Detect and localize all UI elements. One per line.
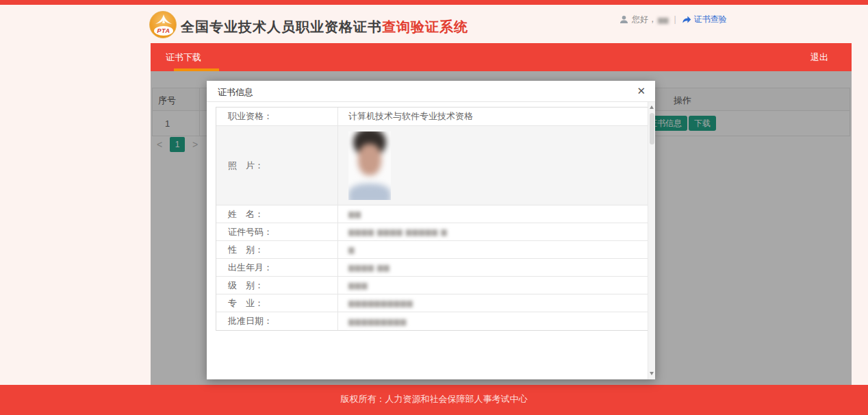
row-label: 姓 名： <box>216 205 338 223</box>
detail-row-major: 专 业： ▆▆▆▆▆▆▆▆▆▆ <box>216 294 648 312</box>
detail-row-qualification: 职业资格： 计算机技术与软件专业技术资格 <box>216 108 648 126</box>
detail-row-gender: 性 别： ▆ <box>216 241 648 259</box>
row-value: 计算机技术与软件专业技术资格 <box>338 108 648 125</box>
logout-button[interactable]: 退出 <box>810 43 828 71</box>
detail-row-approval-date: 批准日期： ▆▆▆▆▆▆▆▆▆ <box>216 312 648 330</box>
footer: 版权所有：人力资源和社会保障部人事考试中心 <box>0 385 868 415</box>
page-title-accent: 查询验证系统 <box>382 19 468 34</box>
detail-row-level: 级 别： ▆▆▆ <box>216 277 648 294</box>
row-value-redacted: ▆▆▆ <box>338 277 648 294</box>
certificate-verify-link[interactable]: 证书查验 <box>682 14 727 25</box>
share-arrow-icon <box>682 15 691 24</box>
logo-oval: PTA <box>154 26 173 36</box>
scrollbar-thumb[interactable] <box>650 113 654 144</box>
row-value-redacted: ▆▆▆▆ ▆▆ <box>338 259 648 276</box>
modal-body: 职业资格： 计算机技术与软件专业技术资格 照 片： <box>207 102 655 379</box>
scroll-down-icon[interactable] <box>648 370 655 378</box>
certificate-detail-table: 职业资格： 计算机技术与软件专业技术资格 照 片： <box>216 107 648 331</box>
detail-row-name: 姓 名： ▆▆ <box>216 205 648 223</box>
user-name-redacted: ▆▆ <box>658 16 668 23</box>
certificate-info-modal: 证书信息 ✕ 职业资格： 计算机技术与软件专业技术资格 照 片： <box>207 81 655 379</box>
close-icon[interactable]: ✕ <box>637 85 646 97</box>
row-label: 批准日期： <box>216 312 338 330</box>
row-label: 照 片： <box>216 126 338 205</box>
modal-title: 证书信息 <box>218 86 253 99</box>
row-label: 性 别： <box>216 241 338 258</box>
portrait-blur <box>348 131 391 200</box>
pta-logo: PTA <box>149 11 177 38</box>
scroll-up-icon[interactable] <box>648 103 655 112</box>
row-value-redacted: ▆▆▆▆▆▆▆▆▆ <box>338 312 648 330</box>
row-value-photo <box>338 126 648 205</box>
row-label: 级 别： <box>216 277 338 294</box>
modal-header: 证书信息 ✕ <box>207 81 655 102</box>
tab-certificate-download-label: 证书下载 <box>166 52 201 62</box>
main-nav: 证书下载 退出 <box>151 43 852 71</box>
row-value-redacted: ▆▆▆▆▆▆▆▆▆▆ <box>338 294 648 312</box>
greeting-text: 您好， <box>632 14 656 25</box>
row-label: 证件号码： <box>216 223 338 240</box>
row-value-redacted: ▆▆▆▆ ▆▆▆▆ ▆▆▆▆▆ ▆ <box>338 223 648 240</box>
page-title: 全国专业技术人员职业资格证书查询验证系统 <box>181 18 468 36</box>
user-bar: 您好， ▆▆ | 证书查验 <box>620 14 727 25</box>
row-label: 专 业： <box>216 294 338 312</box>
top-accent-strip <box>0 0 868 5</box>
row-label: 职业资格： <box>216 108 338 125</box>
row-value-redacted: ▆ <box>338 241 648 258</box>
logo-text: PTA <box>157 27 170 34</box>
userbar-divider: | <box>674 14 676 24</box>
detail-row-birth-date: 出生年月： ▆▆▆▆ ▆▆ <box>216 259 648 277</box>
detail-row-photo: 照 片： <box>216 126 648 205</box>
user-icon <box>620 15 628 24</box>
detail-row-id-number: 证件号码： ▆▆▆▆ ▆▆▆▆ ▆▆▆▆▆ ▆ <box>216 223 648 241</box>
modal-scrollbar[interactable] <box>648 102 655 379</box>
row-value-redacted: ▆▆ <box>338 205 648 223</box>
verify-link-label: 证书查验 <box>694 14 727 25</box>
row-label: 出生年月： <box>216 259 338 276</box>
page: PTA 全国专业技术人员职业资格证书查询验证系统 您好， ▆▆ | 证书查验 证… <box>0 0 868 415</box>
page-title-main: 全国专业技术人员职业资格证书 <box>181 19 382 34</box>
copyright-text: 版权所有：人力资源和社会保障部人事考试中心 <box>341 393 528 415</box>
portrait-photo <box>348 131 391 200</box>
tab-certificate-download[interactable]: 证书下载 <box>166 43 201 71</box>
